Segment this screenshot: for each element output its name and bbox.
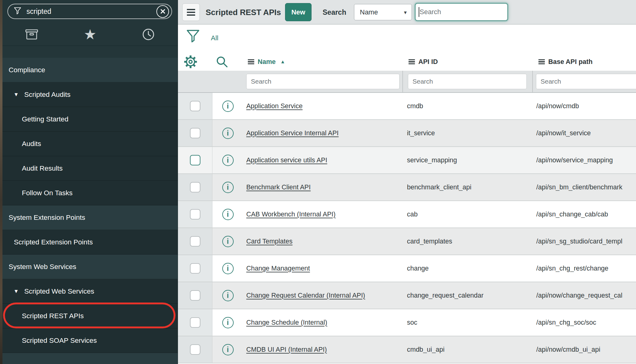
base-api-path-cell: /api/sn_sg_studio/card_templ (532, 228, 636, 255)
sidebar-item-getting-started[interactable]: Getting Started (2, 107, 178, 132)
table-row: i Benchmark Client API benchmark_client_… (178, 174, 636, 201)
filter-funnel-icon[interactable] (186, 29, 200, 45)
tab-history[interactable] (119, 23, 178, 46)
column-menu-icon[interactable] (248, 58, 254, 65)
sidebar-item-scripted-web-services[interactable]: ▼Scripted Web Services (2, 279, 178, 304)
row-checkbox[interactable] (190, 155, 200, 165)
clock-icon (142, 28, 155, 41)
navigator-menu: Compliance ▼Scripted Audits Getting Star… (2, 58, 178, 364)
clear-filter-icon[interactable] (156, 5, 169, 18)
sidebar-item-system-extension-points[interactable]: System Extension Points (2, 205, 178, 230)
application-navigator: ★ Compliance ▼Scripted Audits Getting St… (2, 0, 178, 364)
row-checkbox[interactable] (190, 317, 200, 328)
record-link[interactable]: Benchmark Client API (246, 184, 311, 191)
row-checkbox[interactable] (190, 263, 200, 274)
api-id-cell: service_mapping (402, 147, 532, 173)
sidebar-item-system-web-services[interactable]: System Web Services (2, 255, 178, 279)
search-icon[interactable] (215, 56, 228, 69)
servicenow-screen: ★ Compliance ▼Scripted Audits Getting St… (0, 0, 636, 364)
column-header-name[interactable]: Name ▲ (248, 53, 285, 71)
row-checkbox[interactable] (190, 182, 200, 192)
record-link[interactable]: Change Request Calendar (Internal API) (246, 292, 365, 299)
navigator-filter (7, 4, 172, 19)
info-icon[interactable]: i (222, 128, 234, 139)
list-title-bar: Scripted REST APIs New Search Name ▼ (178, 0, 636, 25)
api-id-column-search-input[interactable] (408, 74, 527, 89)
base-api-path-cell: /api/now/change_request_cal (532, 282, 636, 309)
info-icon[interactable]: i (222, 344, 234, 355)
base-api-path-column-search-input[interactable] (536, 74, 636, 89)
row-checkbox[interactable] (190, 209, 200, 220)
sidebar-item-compliance[interactable]: Compliance (2, 58, 178, 82)
row-checkbox[interactable] (190, 236, 200, 247)
breadcrumb-row: All (178, 25, 636, 53)
info-icon[interactable]: i (222, 101, 234, 112)
page-title: Scripted REST APIs (206, 0, 281, 25)
table-row: i CMDB UI API (Internal API) cmdb_ui_api… (178, 336, 636, 363)
base-api-path-cell: /api/now/it_service (532, 120, 636, 146)
tab-favorites[interactable]: ★ (61, 23, 119, 46)
list-search-box (415, 3, 508, 21)
record-link[interactable]: CMDB UI API (Internal API) (246, 346, 327, 354)
sidebar-item-scripted-soap-services[interactable]: Scripted SOAP Services (2, 328, 178, 353)
base-api-path-cell: /api/now/cmdb_ui_api (532, 336, 636, 363)
record-link[interactable]: Card Templates (246, 238, 292, 245)
search-label: Search (323, 0, 346, 25)
record-link[interactable]: Application Service Internal API (246, 129, 339, 137)
api-id-cell: card_templates (402, 228, 532, 255)
info-icon[interactable]: i (222, 182, 234, 193)
record-link[interactable]: Change Management (246, 265, 310, 272)
tab-all-applications[interactable] (2, 23, 61, 46)
column-divider (532, 71, 533, 92)
collapse-caret-icon[interactable]: ▼ (14, 92, 19, 98)
sidebar-item-scripted-rest-apis[interactable]: Scripted REST APIs (2, 304, 178, 328)
column-menu-icon[interactable] (538, 58, 545, 65)
base-api-path-cell: /api/now/cmdb (532, 93, 636, 119)
row-checkbox[interactable] (190, 344, 200, 355)
search-field-select[interactable]: Name ▼ (354, 4, 412, 20)
navigator-filter-input[interactable] (26, 7, 156, 16)
column-header-api-id[interactable]: API ID (409, 53, 438, 71)
table-row: i Change Schedule (Internal) soc /api/sn… (178, 309, 636, 336)
column-header-row: Name ▲ API ID Base API path (178, 53, 636, 71)
row-checkbox[interactable] (190, 101, 200, 111)
record-link[interactable]: Change Schedule (Internal) (246, 319, 327, 326)
list-search-input[interactable] (416, 4, 507, 20)
base-api-path-cell: /api/now/service_mapping (532, 147, 636, 173)
sidebar-item-partial (2, 353, 178, 364)
sidebar-item-scripted-audits[interactable]: ▼Scripted Audits (2, 82, 178, 107)
api-id-cell: cmdb (402, 93, 532, 119)
column-menu-icon[interactable] (409, 58, 415, 65)
collapse-caret-icon[interactable]: ▼ (14, 288, 19, 295)
list-view: Scripted REST APIs New Search Name ▼ All… (178, 0, 636, 364)
info-icon[interactable]: i (222, 155, 234, 166)
sidebar-item-follow-on-tasks[interactable]: Follow On Tasks (2, 181, 178, 205)
row-checkbox[interactable] (190, 290, 200, 301)
sidebar-item-scripted-extension-points[interactable]: Scripted Extension Points (2, 230, 178, 255)
info-icon[interactable]: i (222, 236, 234, 247)
record-link[interactable]: Application Service (246, 102, 303, 110)
list-context-menu-button[interactable] (182, 3, 200, 21)
info-icon[interactable]: i (222, 317, 234, 328)
base-api-path-cell: /api/sn_chg_soc/soc (532, 309, 636, 336)
record-link[interactable]: Application service utils API (246, 156, 327, 164)
info-icon[interactable]: i (222, 290, 234, 301)
breadcrumb-all-link[interactable]: All (211, 25, 218, 52)
column-header-base-api-path[interactable]: Base API path (538, 53, 593, 71)
sidebar-item-audits[interactable]: Audits (2, 132, 178, 156)
filter-funnel-icon (14, 7, 22, 16)
info-icon[interactable]: i (222, 263, 234, 274)
table-row: i Card Templates card_templates /api/sn_… (178, 228, 636, 255)
record-link[interactable]: CAB Workbench (Internal API) (246, 211, 336, 218)
api-id-cell: cmdb_ui_api (402, 336, 532, 363)
star-icon: ★ (84, 27, 96, 42)
row-checkbox[interactable] (190, 128, 200, 138)
archive-box-icon (25, 29, 38, 40)
api-id-cell: change_request_calendar (402, 282, 532, 309)
gear-icon[interactable] (183, 54, 198, 69)
new-button[interactable]: New (285, 3, 312, 21)
column-search-row (178, 71, 636, 93)
info-icon[interactable]: i (222, 209, 234, 220)
sidebar-item-audit-results[interactable]: Audit Results (2, 156, 178, 181)
name-column-search-input[interactable] (246, 74, 400, 89)
